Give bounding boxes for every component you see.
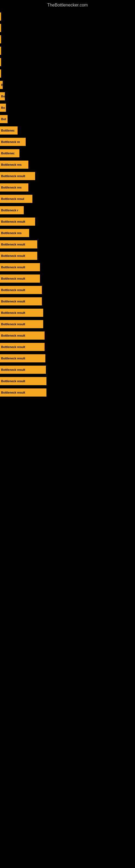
bar-item: Bo — [0, 92, 5, 100]
bar-item: Bottleneck result — [0, 263, 40, 271]
bar-label: Bo — [1, 106, 5, 109]
bar-item: Bot — [0, 115, 8, 123]
bar-item — [0, 12, 1, 21]
bar-row — [0, 69, 135, 79]
bar-label: Bottleneck result — [1, 277, 25, 280]
bar-item: Bottleneck result — [0, 366, 46, 374]
bar-row: Bottleneck result — [0, 285, 135, 295]
bar-row: Bottleneck result — [0, 297, 135, 306]
bar-item — [0, 58, 1, 66]
bar-row: Bottleneck resul — [0, 194, 135, 204]
bar-item: Bottleneck result — [0, 240, 37, 248]
bar-label: Bottleneck result — [1, 334, 25, 337]
bar-row: Bottleneck result — [0, 262, 135, 272]
bar-row: Bottleneck result — [0, 353, 135, 363]
bar-row: Bottleneck result — [0, 308, 135, 318]
bar-label: Bottleneck result — [1, 391, 25, 394]
site-title-text: TheBottlenecker.com — [0, 0, 135, 9]
bar-row: Bottleneck res — [0, 183, 135, 192]
bar-row: Bottleneck result — [0, 331, 135, 340]
bar-item: Bottleneck result — [0, 286, 42, 294]
bar-item: Bottleneck res — [0, 161, 28, 169]
bar-label: Bottleneck result — [1, 220, 25, 223]
bar-label: Bo — [1, 95, 5, 98]
bar-row — [0, 46, 135, 56]
bar-row: Bottleneck result — [0, 388, 135, 397]
bar-item — [0, 46, 1, 55]
bar-row: Bottleneck result — [0, 217, 135, 226]
bar-label: Bottleneck result — [1, 254, 25, 257]
bar-item: Bottleneck result — [0, 354, 45, 362]
bar-row — [0, 57, 135, 67]
bar-row: Bottleneck result — [0, 171, 135, 181]
bar-row — [0, 34, 135, 44]
bars-container: BBoBoBotBottlenecBottleneck reBottlenecB… — [0, 9, 135, 402]
bar-row: Bottleneck res — [0, 228, 135, 238]
bar-label: Bottleneck result — [1, 175, 25, 178]
bar-item: Bottleneck result — [0, 275, 40, 283]
bar-label: Bottleneck r — [1, 209, 18, 212]
bar-row: Bo — [0, 103, 135, 113]
bar-label: Bottleneck result — [1, 311, 25, 314]
bar-item: Bottleneck result — [0, 309, 43, 317]
bar-row: Bottleneck result — [0, 240, 135, 249]
bar-row: Bottleneck res — [0, 160, 135, 169]
bar-item: Bottleneck resul — [0, 195, 32, 203]
bar-row: Bottleneck result — [0, 342, 135, 352]
bar-item: Bottleneck re — [0, 138, 26, 146]
bar-item: Bottleneck result — [0, 377, 46, 385]
bar-row: Bot — [0, 114, 135, 124]
bar-label: Bottleneck res — [1, 186, 21, 189]
bar-item: Bottleneck result — [0, 320, 43, 328]
bar-item — [0, 24, 1, 32]
bar-label: Bottleneck result — [1, 266, 25, 269]
bar-row: Bottleneck re — [0, 137, 135, 147]
bar-row: B — [0, 80, 135, 90]
bar-label: Bottleneck res — [1, 163, 21, 166]
bar-row: Bo — [0, 91, 135, 101]
bar-row: Bottleneck result — [0, 319, 135, 329]
bar-label: Bottleneck result — [1, 243, 25, 246]
bar-item: Bottlenec — [0, 126, 17, 134]
bar-row: Bottleneck result — [0, 251, 135, 261]
bar-row: Bottleneck result — [0, 365, 135, 375]
bar-row — [0, 23, 135, 33]
bar-item: Bottleneck result — [0, 172, 35, 180]
bar-label: Bottleneck result — [1, 379, 25, 383]
bar-row: Bottleneck result — [0, 274, 135, 283]
bar-item: Bottleneck result — [0, 252, 37, 260]
bar-item: Bottleneck res — [0, 229, 29, 237]
bar-item: Bottleneck r — [0, 206, 24, 214]
bar-item: Bottleneck result — [0, 389, 46, 397]
bar-label: Bottleneck result — [1, 357, 25, 360]
bar-item — [0, 35, 1, 43]
bar-item — [0, 69, 1, 78]
bar-item: Bottleneck result — [0, 218, 35, 226]
bar-item: Bottleneck res — [0, 183, 28, 191]
bar-label: Bottleneck result — [1, 322, 25, 326]
bar-label: Bot — [1, 118, 6, 121]
bar-label: Bottleneck resul — [1, 197, 24, 200]
bar-item: Bottleneck result — [0, 332, 45, 340]
bar-item: Bottlenec — [0, 149, 19, 157]
bar-label: Bottlenec — [1, 152, 14, 155]
bar-item: Bo — [0, 104, 6, 112]
bar-item: Bottleneck result — [0, 343, 45, 351]
bar-label: Bottlenec — [1, 129, 14, 132]
bar-item: B — [0, 81, 3, 89]
bar-label: Bottleneck result — [1, 288, 25, 291]
bar-item: Bottleneck result — [0, 297, 42, 305]
bar-row: Bottlenec — [0, 148, 135, 158]
bar-row: Bottleneck result — [0, 376, 135, 386]
bar-row — [0, 12, 135, 22]
bar-label: Bottleneck result — [1, 345, 25, 348]
bar-label: Bottleneck result — [1, 368, 25, 371]
bar-label: Bottleneck re — [1, 140, 20, 144]
bar-row: Bottlenec — [0, 126, 135, 135]
bar-label: B — [1, 83, 3, 87]
bar-label: Bottleneck res — [1, 231, 21, 235]
bar-row: Bottleneck r — [0, 205, 135, 215]
bar-label: Bottleneck result — [1, 300, 25, 303]
